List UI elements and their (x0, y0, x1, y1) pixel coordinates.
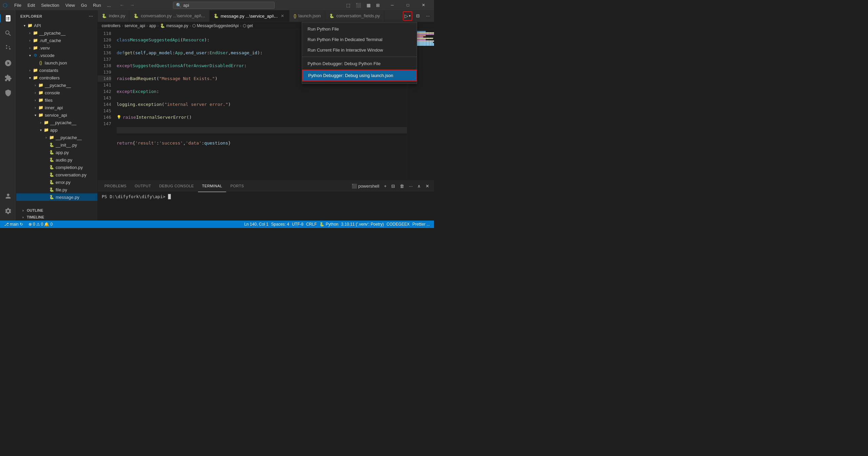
tree-label: console (45, 90, 60, 95)
dropdown-debug-launch[interactable]: Python Debugger: Debug using launch.json (302, 70, 417, 81)
statusbar-ln-col[interactable]: Ln 140, Col 1 (243, 221, 270, 228)
layout2-icon[interactable]: ⬛ (354, 2, 363, 8)
tree-item-messagepy[interactable]: 🐍 message.py (16, 193, 97, 201)
activity-remote[interactable] (1, 86, 15, 100)
tab-conv-fields[interactable]: 🐍 conversation_fields.py (325, 10, 384, 22)
tree-item-pycache1[interactable]: › 📁 __pycache__ (16, 29, 97, 37)
statusbar-errors[interactable]: ⊗ 0 ⚠ 0 🔔 0 (27, 221, 54, 228)
tree-item-init[interactable]: 🐍 __init__.py (16, 141, 97, 149)
tree-item-conversationpy[interactable]: 🐍 conversation.py (16, 171, 97, 178)
tree-item-controllers[interactable]: ▾ 📁 controllers (16, 74, 97, 81)
terminal-tab-problems[interactable]: PROBLEMS (100, 180, 131, 192)
menu-more[interactable]: ... (104, 2, 114, 8)
dropdown-debug-python[interactable]: Python Debugger: Debug Python File (302, 58, 417, 69)
terminal-tab-ports[interactable]: PORTS (226, 180, 248, 192)
statusbar-codegeex[interactable]: CODEGEEX (385, 221, 411, 228)
statusbar-python-version[interactable]: 3.10.11 ('.venv': Poetry) (340, 221, 385, 228)
close-button[interactable]: ✕ (416, 0, 431, 10)
activity-extensions[interactable] (1, 71, 15, 85)
tree-item-constants[interactable]: › 📁 constants (16, 66, 97, 74)
tree-item-api[interactable]: ▾ 📁 API (16, 22, 97, 29)
tree-item-ruffcache[interactable]: › 📁 .ruff_cache (16, 37, 97, 44)
dropdown-run-interactive[interactable]: Run Current File in Interactive Window (302, 45, 417, 55)
nav-back[interactable]: ← (118, 2, 126, 8)
tab-launch[interactable]: {} launch.json (290, 10, 325, 22)
tree-item-app[interactable]: ▾ 📁 app (16, 126, 97, 134)
minimize-button[interactable]: ─ (384, 0, 400, 10)
eol-text: CRLF (306, 222, 317, 227)
tree-item-venv[interactable]: › 📁 .venv (16, 44, 97, 52)
tree-item-filepy[interactable]: 🐍 file.py (16, 186, 97, 193)
statusbar-language[interactable]: 🐍 Python (318, 221, 340, 228)
breadcrumb-file[interactable]: 🐍 message.py (160, 23, 188, 28)
activity-source-control[interactable] (1, 41, 15, 55)
menu-run[interactable]: Run (90, 2, 104, 8)
statusbar-prettier[interactable]: Prettier ... (411, 221, 431, 228)
terminal-trash-btn[interactable]: 🗑 (398, 183, 406, 189)
tab-icon-json: {} (294, 14, 296, 18)
menu-selection[interactable]: Selection (38, 2, 62, 8)
layout-icon[interactable]: ⬚ (344, 2, 352, 8)
breadcrumb-class[interactable]: ⬡ MessageSuggestedApi (192, 23, 239, 28)
outline-section[interactable]: › Outline (16, 207, 97, 214)
activity-explorer[interactable] (1, 12, 15, 25)
menu-edit[interactable]: Edit (25, 2, 38, 8)
terminal-add-btn[interactable]: + (382, 183, 389, 189)
split-editor-button[interactable]: ⊟ (413, 11, 422, 21)
layout3-icon[interactable]: ▦ (364, 2, 373, 8)
breadcrumb-method[interactable]: ⬡ get (243, 23, 253, 28)
statusbar-spaces[interactable]: Spaces: 4 (270, 221, 291, 228)
tab-conversation[interactable]: 🐍 conversation.py ...\service_api\... (130, 10, 209, 22)
tree-item-console[interactable]: › 📁 console (16, 89, 97, 96)
tab-message[interactable]: 🐍 message.py ...\service_api\... ✕ (210, 10, 290, 22)
nav-forward[interactable]: → (128, 2, 137, 8)
tab-index[interactable]: 🐍 index.py (98, 10, 130, 22)
terminal-tab-output[interactable]: OUTPUT (131, 180, 155, 192)
dropdown-run-dedicated[interactable]: Run Python File in Dedicated Terminal (302, 34, 417, 45)
statusbar-branch[interactable]: ⎇ main ↻ (3, 221, 24, 228)
terminal-content[interactable]: PS D:\difyfork\dify\api> █ (98, 192, 434, 221)
tree-item-pycache4[interactable]: › 📁 __pycache__ (16, 134, 97, 141)
search-bar[interactable]: 🔍 (173, 2, 275, 9)
tree-item-vscode[interactable]: ▾ ⚙ .vscode (16, 52, 97, 59)
activity-run-debug[interactable] (1, 56, 15, 70)
menu-view[interactable]: View (63, 2, 78, 8)
tree-item-completionpy[interactable]: 🐍 completion.py (16, 164, 97, 171)
maximize-button[interactable]: □ (400, 0, 416, 10)
dropdown-run-python[interactable]: Run Python File (302, 24, 417, 34)
statusbar-encoding[interactable]: UTF-8 (291, 221, 305, 228)
terminal-tab-debug[interactable]: DEBUG CONSOLE (155, 180, 198, 192)
tree-item-apppy[interactable]: 🐍 app.py (16, 149, 97, 156)
titlebar-right: ⬚ ⬛ ▦ ⊞ (344, 2, 382, 8)
breadcrumb-controllers[interactable]: controllers (102, 23, 120, 28)
terminal-tab-terminal[interactable]: TERMINAL (198, 180, 226, 192)
activity-accounts[interactable] (1, 189, 15, 203)
breadcrumb-app[interactable]: app (149, 23, 156, 28)
menu-file[interactable]: File (12, 2, 24, 8)
activity-settings[interactable] (1, 204, 15, 218)
terminal-split-btn[interactable]: ⊟ (389, 183, 397, 189)
statusbar-eol[interactable]: CRLF (305, 221, 318, 228)
layout4-icon[interactable]: ⊞ (374, 2, 382, 8)
activity-search[interactable] (1, 26, 15, 40)
tree-item-service-api[interactable]: ▾ 📁 service_api (16, 111, 97, 119)
run-python-button[interactable]: ▷ ▾ (403, 11, 412, 21)
search-input[interactable] (183, 3, 272, 8)
tree-label: launch.json (45, 60, 67, 65)
tab-close-message[interactable]: ✕ (280, 13, 285, 19)
tree-item-files[interactable]: › 📁 files (16, 96, 97, 104)
tree-item-errorpy[interactable]: 🐍 error.py (16, 178, 97, 186)
sidebar-menu-dots[interactable]: ··· (89, 14, 93, 19)
tree-item-inner-api[interactable]: › 📁 inner_api (16, 104, 97, 111)
terminal-up-btn[interactable]: ∧ (415, 183, 423, 189)
tree-item-audiopy[interactable]: 🐍 audio.py (16, 156, 97, 164)
terminal-close-btn[interactable]: ✕ (423, 183, 431, 189)
breadcrumb-service-api[interactable]: service_api (124, 23, 145, 28)
more-actions-button[interactable]: ··· (423, 11, 433, 21)
tree-item-pycache2[interactable]: › 📁 __pycache__ (16, 81, 97, 89)
menu-go[interactable]: Go (78, 2, 90, 8)
timeline-section[interactable]: › Timeline (16, 214, 97, 221)
tree-item-launch[interactable]: {} launch.json (16, 59, 97, 66)
tree-item-pycache3[interactable]: › 📁 __pycache__ (16, 119, 97, 126)
terminal-more-btn[interactable]: ··· (407, 183, 415, 189)
